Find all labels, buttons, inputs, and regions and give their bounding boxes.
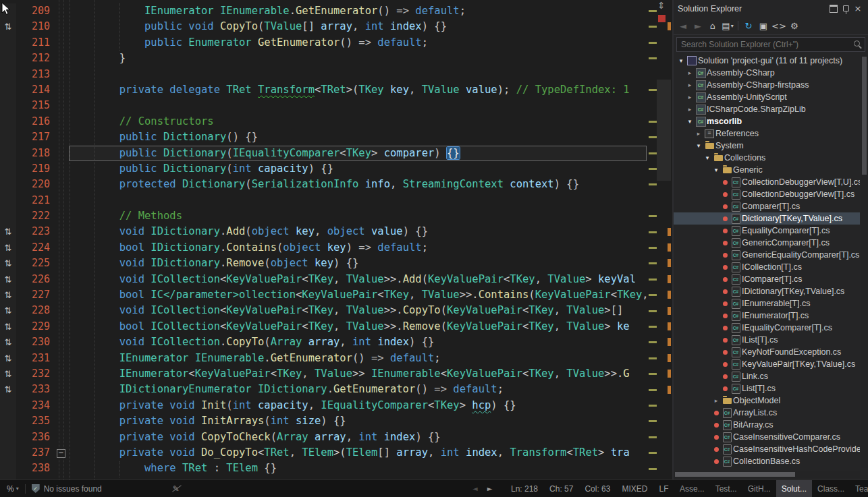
edit-disabled-icon[interactable]: ✎ [173,484,180,494]
panel-tab[interactable]: Asse... [674,480,710,497]
tree-item[interactable]: List[T].cs [674,382,860,394]
code-line[interactable]: 211 public Enumerator GetEnumerator() =>… [0,35,647,51]
code-line[interactable]: ⇅223 void IDictionary.Add(object key, ob… [0,224,647,239]
scrollbar-thumb[interactable] [657,80,671,181]
scroll-right-icon[interactable]: ► [487,485,493,492]
tree-item[interactable]: ▸ObjectModel [674,394,860,407]
references-margin-icon[interactable]: ⇅ [0,224,16,239]
sync-with-active-document-button[interactable]: ↻ [742,19,755,32]
code-line[interactable]: 237 private void Do_CopyTo<TRet, TElem>(… [0,445,647,461]
tree-item[interactable]: ArrayList.cs [674,407,860,419]
switch-views-button[interactable]: ▤▾ [721,19,734,32]
references-margin-icon[interactable]: ⇅ [0,272,16,287]
code-line[interactable]: 220 protected Dictionary(SerializationIn… [0,177,647,192]
tree-item[interactable]: IComparer[T].cs [674,273,860,285]
expand-expander-icon[interactable]: ▸ [685,91,695,103]
expand-expander-icon[interactable]: ▸ [685,103,695,115]
tree-item[interactable]: ▾Solution 'project-gui' (11 of 11 projec… [674,55,860,67]
tree-item[interactable]: IList[T].cs [674,334,860,346]
collapse-expander-icon[interactable]: ▾ [703,152,712,164]
references-margin-icon[interactable]: ⇅ [0,256,16,271]
tree-item[interactable]: ▾mscorlib [674,115,860,127]
tree-item[interactable]: CaseInsensitiveHashCodeProvider.cs [674,443,860,455]
code-line[interactable]: ⇅226 void ICollection<KeyValuePair<TKey,… [0,272,647,287]
char-indicator[interactable]: Ch: 57 [549,484,573,494]
code-line[interactable]: ⇅233 IDictionaryEnumerator IDictionary.G… [0,382,647,397]
tree-item[interactable]: ▸Assembly-UnityScript [674,91,860,103]
code-editor[interactable]: 209 IEnumerator IEnumerable.GetEnumerato… [0,0,672,479]
properties-button[interactable]: ⚙ [788,19,801,32]
code-line[interactable]: ⇅224 bool IDictionary.Contains(object ke… [0,240,647,256]
code-line[interactable]: ⇅228 void ICollection<KeyValuePair<TKey,… [0,303,647,318]
code-line[interactable]: 234 private void Init(int capacity, IEqu… [0,398,647,413]
code-line[interactable]: ⇅225 void IDictionary.Remove(object key)… [0,256,647,271]
expand-expander-icon[interactable]: ▸ [711,394,721,407]
tree-item[interactable]: Comparer[T].cs [674,200,860,212]
window-position-button[interactable] [828,3,840,14]
code-line[interactable]: ⇅227 bool IC</parameter>ollection<KeyVal… [0,287,647,303]
issues-status[interactable]: No issues found [44,484,102,494]
scrollbar-thumb[interactable] [675,472,795,477]
code-line[interactable]: 235 private void InitArrays(int size) {} [0,413,647,429]
search-icon[interactable] [854,40,860,47]
line-indicator[interactable]: Ln: 218 [511,484,538,494]
tree-item[interactable]: IDictionary[TKey,TValue].cs [674,285,860,297]
pin-button[interactable] [840,3,852,14]
collapse-all-button[interactable]: ▣ [757,19,770,32]
panel-tab[interactable]: Tea... [850,480,868,497]
tree-horizontal-scrollbar[interactable] [674,471,860,478]
collapse-expander-icon[interactable]: ▾ [694,140,703,152]
references-margin-icon[interactable]: ⇅ [0,382,16,397]
references-margin-icon[interactable]: ⇅ [0,334,16,350]
expand-expander-icon[interactable]: ▸ [685,67,695,79]
collapse-expander-icon[interactable]: ▾ [711,164,721,176]
references-margin-icon[interactable]: ⇅ [0,240,16,256]
tree-item[interactable]: ▾Generic [674,164,860,176]
tree-item[interactable]: KeyNotFoundException.cs [674,346,860,358]
code-line[interactable]: 236 private void CopyToCheck(Array array… [0,430,647,445]
code-line[interactable]: ⇅229 bool ICollection<KeyValuePair<TKey,… [0,319,647,334]
code-line[interactable]: 214 private delegate TRet Transform<TRet… [0,82,647,98]
fold-collapse-box[interactable]: − [57,449,65,458]
eol-indicator[interactable]: LF [659,484,668,494]
panel-tab[interactable]: Solut... [776,480,812,497]
tree-item[interactable]: ▸Assembly-CSharp-firstpass [674,79,860,91]
code-line[interactable]: 212 } [0,51,647,66]
references-margin-icon[interactable]: ⇅ [0,303,16,318]
search-input[interactable] [676,37,865,52]
health-shield-icon[interactable]: ✓ [32,484,40,493]
references-margin-icon[interactable]: ⇅ [0,287,16,303]
tree-item[interactable]: Dictionary[TKey,TValue].cs [674,212,860,225]
code-line[interactable]: 209 IEnumerator IEnumerable.GetEnumerato… [0,3,647,19]
tree-item[interactable]: CollectionDebuggerView[T,U].cs [674,176,860,188]
zoom-control[interactable]: % ▾ [7,484,19,494]
tree-item[interactable]: ▸References [674,127,860,140]
references-margin-icon[interactable]: ⇅ [0,19,16,34]
editor-scrollbar[interactable]: ⇕ [647,0,672,479]
tree-vertical-scrollbar[interactable] [861,55,868,468]
tree-item[interactable]: CollectionBase.cs [674,455,860,467]
tree-item[interactable]: BitArray.cs [674,419,860,431]
code-line[interactable]: 221 [0,193,647,208]
indent-mode-indicator[interactable]: MIXED [622,484,647,494]
panel-tab[interactable]: Class... [812,480,850,497]
tree-item[interactable]: GenericEqualityComparer[T].cs [674,249,860,261]
view-code-button[interactable]: <> [771,19,786,32]
code-line[interactable]: 239 private static KeyValuePair<TKey, TV… [0,477,647,479]
tree-item[interactable]: IEnumerator[T].cs [674,310,860,322]
collapse-expander-icon[interactable]: ▾ [685,115,695,127]
close-button[interactable]: × [852,3,864,14]
back-button[interactable]: ◄ [676,19,690,32]
tree-item[interactable]: ▾Collections [674,152,860,164]
tree-item[interactable]: KeyValuePair[TKey,TValue].cs [674,358,860,370]
tree-item[interactable]: IEqualityComparer[T].cs [674,322,860,334]
tree-item[interactable]: ▾System [674,140,860,152]
code-line[interactable]: ⇅231 IEnumerator IEnumerable.GetEnumerat… [0,351,647,366]
tree-item[interactable]: ▸ICSharpCode.SharpZipLib [674,103,860,115]
code-line[interactable]: 217 public Dictionary() {} [0,129,647,145]
tree-item[interactable]: Link.cs [674,370,860,382]
references-margin-icon[interactable]: ⇅ [0,319,16,334]
scrollbar-thumb[interactable] [862,57,867,175]
code-line[interactable]: 215 [0,98,647,113]
tree-item[interactable]: EqualityComparer[T].cs [674,225,860,237]
